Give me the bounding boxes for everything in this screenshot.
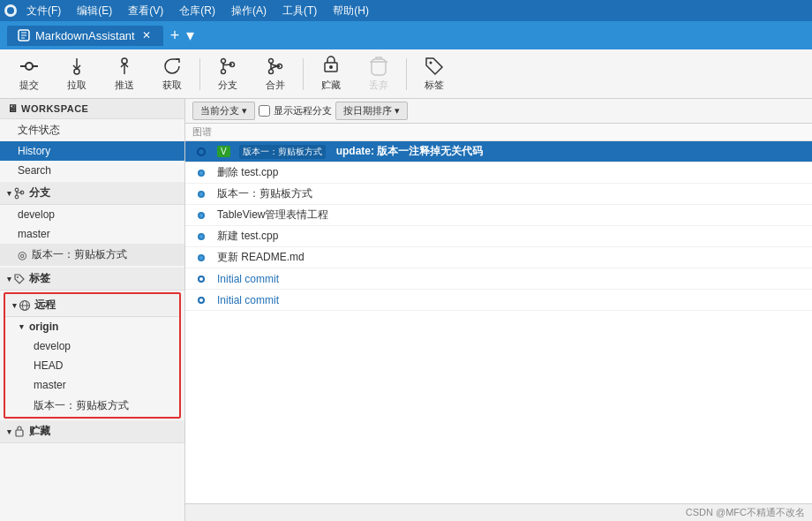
content-toolbar: 当前分支 ▾ 显示远程分支 按日期排序 ▾ <box>185 99 812 124</box>
commit-msg-2: 版本一：剪贴板方式 <box>217 186 805 201</box>
commit-item-3[interactable]: TableView管理表情工程 <box>185 205 812 226</box>
commit-item-2[interactable]: 版本一：剪贴板方式 <box>185 184 812 205</box>
svg-point-6 <box>26 63 33 70</box>
tags-label: 标签 <box>29 271 50 286</box>
dropdown-arrow-icon[interactable]: ▾ <box>186 26 194 45</box>
tag-button[interactable]: 标签 <box>412 52 456 96</box>
commit-dot-0 <box>197 147 206 156</box>
sidebar-item-file-status[interactable]: 文件状态 <box>0 119 184 141</box>
commit-graph-2 <box>192 191 210 198</box>
svg-point-26 <box>15 188 19 192</box>
origin-master[interactable]: master <box>5 375 179 395</box>
menu-bar: 文件(F) 编辑(E) 查看(V) 仓库(R) 操作(A) 工具(T) 帮助(H… <box>0 0 812 21</box>
origin-head[interactable]: HEAD <box>5 356 179 375</box>
sidebar-item-search[interactable]: Search <box>0 161 184 180</box>
stash-section-header[interactable]: ▾ 贮藏 <box>0 420 184 443</box>
tag-label: 标签 <box>425 79 444 92</box>
origin-develop[interactable]: develop <box>5 336 179 356</box>
history-label: History <box>18 145 50 157</box>
menu-tools[interactable]: 工具(T) <box>275 2 324 20</box>
commit-tag-version-icon: V <box>217 146 230 157</box>
origin-version1[interactable]: 版本一：剪贴板方式 <box>5 395 179 417</box>
commit-dot-3 <box>198 212 205 219</box>
commit-graph-1 <box>192 170 210 177</box>
remote-section-header[interactable]: ▾ 远程 <box>5 294 179 317</box>
tab-title: MarkdownAssistant <box>35 29 135 42</box>
commit-item-4[interactable]: 新建 test.cpp <box>185 226 812 247</box>
menu-file[interactable]: 文件(F) <box>19 2 68 20</box>
merge-icon <box>265 56 286 77</box>
workspace-icon: 🖥 <box>7 102 18 115</box>
stash-button[interactable]: 贮藏 <box>309 52 353 96</box>
commit-label: 提交 <box>19 79 39 92</box>
svg-point-19 <box>269 70 274 74</box>
push-icon <box>114 56 135 77</box>
title-bar-left: MarkdownAssistant ✕ + ▾ <box>7 26 194 46</box>
status-text: CSDN @MFC不精通不改名 <box>686 506 805 519</box>
workspace-label: WORKSPACE <box>21 103 88 114</box>
app-logo-icon <box>4 4 18 18</box>
commit-item-5[interactable]: 更新 README.md <box>185 247 812 268</box>
branches-section-header[interactable]: ▾ 分支 <box>0 182 184 205</box>
fetch-icon <box>162 56 183 77</box>
commit-icon <box>19 56 40 77</box>
commit-item-6[interactable]: Initial commit <box>185 268 812 290</box>
add-tab-button[interactable]: + <box>167 26 184 45</box>
commit-item-0[interactable]: V 版本一：剪贴板方式 update: 版本一注释掉无关代码 <box>185 141 812 162</box>
origin-head-label: HEAD <box>34 359 63 372</box>
commit-msg-5: 更新 README.md <box>217 250 805 265</box>
sort-btn[interactable]: 按日期排序 ▾ <box>335 102 408 120</box>
stash-chevron-icon: ▾ <box>7 427 11 436</box>
pull-button[interactable]: 拉取 <box>55 52 99 96</box>
discard-button[interactable]: 丢弃 <box>357 52 401 96</box>
current-branch-btn[interactable]: 当前分支 ▾ <box>192 102 255 120</box>
fetch-button[interactable]: 获取 <box>150 52 194 96</box>
commit-button[interactable]: 提交 <box>7 52 51 96</box>
toolbar-divider-2 <box>303 58 304 90</box>
commit-graph-3 <box>192 212 210 219</box>
commit-item-1[interactable]: 删除 test.cpp <box>185 162 812 184</box>
origin-item[interactable]: ▾ origin <box>5 317 179 336</box>
graph-label: 图谱 <box>192 125 212 139</box>
menu-action[interactable]: 操作(A) <box>224 2 274 20</box>
show-remote-label: 显示远程分支 <box>274 104 332 117</box>
toolbar: 提交 拉取 推送 获取 <box>0 49 812 99</box>
commit-graph-6 <box>192 276 210 283</box>
sidebar-branch-develop[interactable]: develop <box>0 205 184 224</box>
tags-section-header[interactable]: ▾ 标签 <box>0 268 184 291</box>
commit-dot-4 <box>198 233 205 240</box>
master-label: master <box>18 228 50 240</box>
workspace-section-header[interactable]: 🖥 WORKSPACE <box>0 99 184 119</box>
commit-msg-0: update: 版本一注释掉无关代码 <box>336 144 805 159</box>
menu-view[interactable]: 查看(V) <box>121 2 170 20</box>
menu-repo[interactable]: 仓库(R) <box>172 2 222 20</box>
branches-chevron-icon: ▾ <box>7 189 11 198</box>
push-button[interactable]: 推送 <box>102 52 147 96</box>
commit-msg-3: TableView管理表情工程 <box>217 208 805 223</box>
branch-button[interactable]: 分支 <box>206 52 250 96</box>
menu-help[interactable]: 帮助(H) <box>326 2 376 20</box>
commit-graph-4 <box>192 233 210 240</box>
title-tab[interactable]: MarkdownAssistant ✕ <box>7 26 163 46</box>
svg-point-27 <box>15 195 19 199</box>
close-tab-button[interactable]: ✕ <box>140 29 153 42</box>
merge-label: 合并 <box>266 79 285 92</box>
sidebar-branch-master[interactable]: master <box>0 224 184 244</box>
file-status-label: 文件状态 <box>18 123 60 138</box>
show-remote-checkbox[interactable] <box>259 105 270 117</box>
merge-button[interactable]: 合并 <box>253 52 297 96</box>
sidebar-branch-version1[interactable]: ◎ 版本一：剪贴板方式 <box>0 244 184 266</box>
branch-section-icon <box>13 187 26 200</box>
sidebar-item-history[interactable]: History <box>0 141 184 161</box>
remote-label: 远程 <box>34 298 56 313</box>
content-area: 当前分支 ▾ 显示远程分支 按日期排序 ▾ 图谱 V 版本一：剪贴板方式 <box>185 99 812 521</box>
menu-edit[interactable]: 编辑(E) <box>70 2 119 20</box>
fetch-label: 获取 <box>162 79 182 92</box>
remote-chevron-icon: ▾ <box>12 301 17 310</box>
commit-item-7[interactable]: Initial commit <box>185 290 812 311</box>
commit-list: V 版本一：剪贴板方式 update: 版本一注释掉无关代码 删除 test.c… <box>185 141 812 503</box>
svg-point-30 <box>17 276 19 278</box>
svg-point-25 <box>430 62 432 64</box>
show-remote-checkbox-area[interactable]: 显示远程分支 <box>259 104 332 117</box>
svg-point-14 <box>222 59 226 64</box>
